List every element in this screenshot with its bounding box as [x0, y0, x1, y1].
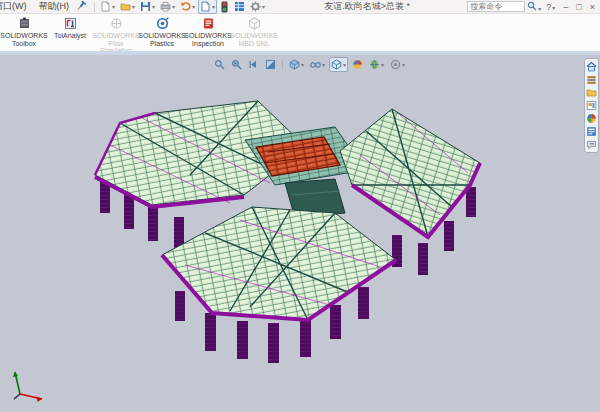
plastics-icon	[155, 17, 170, 30]
document-title: 友谊.欧尚名城>总装 *	[267, 0, 467, 13]
flow-simulation-icon	[109, 17, 124, 30]
display-style-icon	[289, 59, 300, 70]
graphics-viewport[interactable]	[0, 55, 600, 412]
undo-arrow-icon	[180, 1, 191, 12]
help-button[interactable]: ?	[543, 2, 558, 12]
display-style-button[interactable]	[287, 57, 306, 72]
title-bar: 窗口(W) 帮助(H)	[0, 0, 600, 14]
printer-icon	[160, 1, 171, 12]
menu-bar: 窗口(W) 帮助(H)	[0, 0, 71, 13]
gear-icon	[250, 1, 261, 12]
toolbox-icon	[17, 17, 32, 30]
forum-icon[interactable]	[586, 139, 597, 150]
origin-triad	[6, 368, 50, 404]
file-explorer-icon[interactable]	[586, 87, 597, 98]
hide-show-items-button[interactable]	[308, 57, 327, 72]
section-view-icon	[265, 59, 276, 70]
undo-button[interactable]	[178, 0, 197, 14]
addins-ribbon: SOLIDWORKS Toolbox TolAnalyst SOLIDWORKS…	[0, 14, 600, 51]
addin-label: SOLIDWORKS Plastics	[138, 32, 185, 47]
addin-label: TolAnalyst	[54, 32, 86, 40]
previous-view-icon	[248, 59, 259, 70]
addin-toolbox-button[interactable]: SOLIDWORKS Toolbox	[1, 16, 47, 47]
open-folder-icon	[120, 1, 131, 12]
apply-scene-icon	[369, 59, 380, 70]
edit-appearance-icon	[352, 59, 363, 70]
view-settings-icon	[390, 59, 401, 70]
search-button[interactable]	[527, 1, 541, 13]
addin-inspection-button[interactable]: SOLIDWORKS Inspection	[185, 16, 231, 47]
addin-flow-simulation-button[interactable]: SOLIDWORKS Flow Simulation	[93, 16, 139, 55]
addin-label: SOLIDWORKS Toolbox	[0, 32, 47, 47]
resources-home-icon[interactable]	[586, 61, 597, 72]
task-pane-strip	[584, 58, 599, 153]
edit-appearance-button[interactable]	[350, 57, 365, 72]
addin-plastics-button[interactable]: SOLIDWORKS Plastics	[139, 16, 185, 47]
view-settings-button[interactable]	[388, 57, 407, 72]
new-document-button[interactable]	[98, 0, 117, 14]
inspection-icon	[201, 17, 216, 30]
menu-help[interactable]: 帮助(H)	[37, 0, 72, 13]
restore-button[interactable]: □	[573, 2, 584, 12]
toolbar-separator	[94, 2, 95, 12]
titlebar-right-cluster: ? – □ ×	[467, 1, 598, 13]
search-icon	[527, 1, 537, 11]
save-disk-icon	[140, 1, 151, 12]
zoom-to-fit-icon	[214, 59, 225, 70]
addin-label: SOLIDWORKS Inspection	[184, 32, 231, 47]
view-palette-icon[interactable]	[586, 100, 597, 111]
hud-separator	[282, 60, 283, 70]
addin-tolanalyst-button[interactable]: TolAnalyst	[47, 16, 93, 40]
new-document-icon	[100, 1, 111, 12]
print-button[interactable]	[158, 0, 177, 14]
zoom-to-area-icon	[231, 59, 242, 70]
model-3d-view[interactable]	[0, 55, 600, 412]
eyeglasses-icon	[310, 59, 321, 70]
quick-access-toolbar	[98, 0, 267, 15]
search-input[interactable]	[467, 1, 525, 12]
previous-view-button[interactable]	[246, 57, 261, 72]
properties-grid-icon	[234, 1, 245, 12]
appearances-scenes-icon[interactable]	[586, 113, 597, 124]
view-orientation-button[interactable]	[329, 57, 348, 72]
rebuild-button[interactable]	[218, 0, 231, 15]
file-properties-button[interactable]	[232, 0, 247, 14]
section-view-button[interactable]	[263, 57, 278, 72]
minimize-button[interactable]: –	[560, 2, 571, 12]
apply-scene-button[interactable]	[367, 57, 386, 72]
save-button[interactable]	[138, 0, 157, 14]
heads-up-view-toolbar	[212, 57, 407, 72]
addin-mbd-snl-button[interactable]: SOLIDWORKS MBD SNL	[231, 16, 277, 47]
view-orientation-cube-icon	[331, 59, 342, 70]
options-button[interactable]	[248, 0, 267, 14]
solidworks-window: 窗口(W) 帮助(H)	[0, 0, 600, 412]
drawing-sheet-icon	[200, 1, 211, 12]
zoom-to-fit-button[interactable]	[212, 57, 227, 72]
mbd-snl-icon	[247, 17, 262, 30]
traffic-light-icon	[220, 1, 229, 13]
menu-window[interactable]: 窗口(W)	[0, 0, 29, 13]
zoom-to-area-button[interactable]	[229, 57, 244, 72]
model-right-wing[interactable]	[340, 109, 480, 237]
addin-label: SOLIDWORKS MBD SNL	[230, 32, 277, 47]
tolanalyst-icon	[63, 17, 78, 30]
close-button[interactable]: ×	[587, 2, 598, 12]
design-library-icon[interactable]	[586, 74, 597, 85]
make-drawing-button[interactable]	[198, 0, 217, 14]
custom-properties-icon[interactable]	[586, 126, 597, 137]
open-button[interactable]	[118, 0, 137, 14]
pin-menu-icon[interactable]	[75, 1, 87, 12]
